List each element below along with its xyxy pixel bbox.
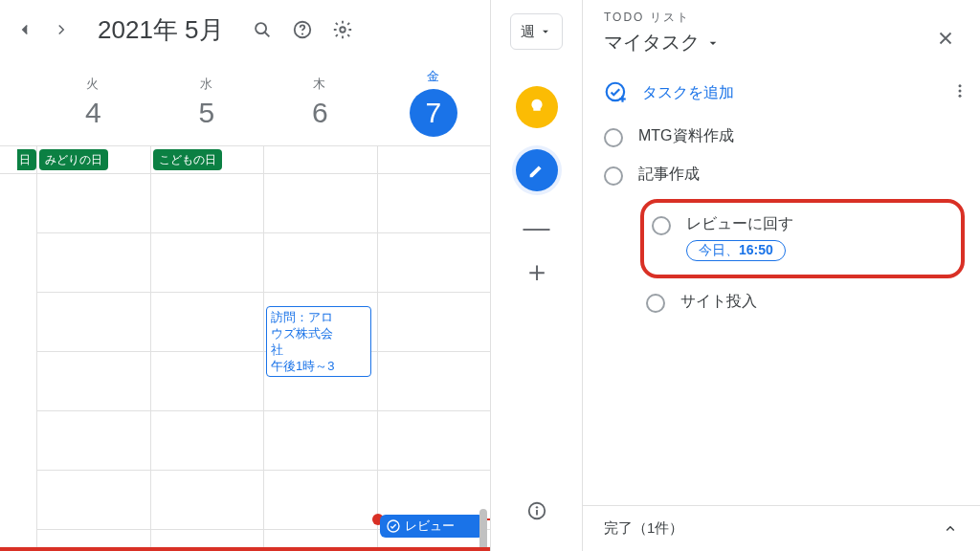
task-title: サイト投入	[680, 292, 757, 312]
allday-cell[interactable]	[263, 146, 377, 173]
task-complete-toggle[interactable]	[646, 294, 665, 313]
more-options-button[interactable]	[951, 82, 969, 103]
help-button[interactable]	[283, 11, 322, 49]
search-icon	[252, 19, 273, 40]
task-list-name: マイタスク	[604, 30, 700, 55]
calendar-task-chip[interactable]: レビュー	[380, 515, 485, 538]
dow-label: 火	[86, 76, 100, 93]
svg-line-1	[264, 33, 269, 37]
allday-chip[interactable]: 日	[17, 149, 36, 170]
calendar-pane: 2021年 5月 火 4 水 5 木 6	[0, 0, 491, 551]
task-item[interactable]: 記事作成	[604, 161, 965, 189]
side-strip: 週 — ＋	[491, 0, 583, 551]
event-title-line: ウズ株式会	[271, 325, 367, 342]
task-chip-label: レビュー	[405, 518, 455, 535]
keep-sidepanel-button[interactable]	[516, 86, 558, 128]
prev-button[interactable]	[8, 12, 42, 47]
chevron-left-icon	[16, 21, 33, 38]
annotation-highlight: レビューに回す 今日、16:50	[640, 199, 965, 278]
task-item[interactable]: サイト投入	[604, 288, 965, 317]
day-number: 6	[312, 97, 328, 129]
tasks-header: TODO リスト マイタスク	[583, 0, 980, 71]
next-button[interactable]	[44, 12, 78, 47]
task-list-selector[interactable]: マイタスク	[604, 30, 721, 55]
task-complete-toggle[interactable]	[604, 166, 623, 186]
gear-icon	[332, 19, 353, 40]
day-header: 火 4 水 5 木 6 金 7	[0, 59, 490, 145]
day-number: 7	[410, 89, 457, 137]
view-label: 週	[521, 23, 535, 41]
event-title-line: 訪問：アロ	[271, 309, 367, 325]
day-col-wed[interactable]: 水 5	[150, 59, 264, 145]
grid-col[interactable]	[150, 174, 264, 551]
task-due-chip[interactable]: 今日、16:50	[686, 240, 786, 261]
grid-col-today[interactable]: レビュー	[377, 174, 491, 551]
svg-point-3	[301, 33, 302, 34]
close-icon	[935, 28, 956, 49]
svg-point-8	[535, 506, 537, 508]
svg-point-9	[607, 83, 624, 100]
dow-label: 木	[313, 76, 326, 93]
calendar-event[interactable]: 訪問：アロ ウズ株式会 社 午後1時～3	[266, 306, 371, 377]
allday-cell[interactable]: こどもの日	[150, 146, 264, 173]
close-button[interactable]	[928, 21, 963, 55]
add-task-icon	[604, 80, 629, 105]
grid-col[interactable]: 訪問：アロ ウズ株式会 社 午後1時～3	[263, 174, 377, 551]
add-sidepanel-button[interactable]: ＋	[523, 253, 551, 295]
highlight-underline	[0, 547, 490, 551]
task-title: MTG資料作成	[638, 126, 734, 146]
svg-point-14	[959, 95, 962, 98]
info-button[interactable]	[518, 492, 556, 530]
check-circle-icon	[386, 518, 401, 534]
caret-down-icon	[705, 35, 721, 51]
task-title: 記事作成	[638, 165, 700, 185]
task-list: MTG資料作成 記事作成 レビューに回す 今日、16:50 サイト投入	[583, 122, 980, 317]
scrollbar-thumb[interactable]	[479, 509, 487, 551]
calendar-header: 2021年 5月	[0, 0, 490, 59]
chevron-up-icon	[942, 520, 959, 538]
day-col-thu[interactable]: 木 6	[263, 59, 377, 145]
svg-point-13	[959, 90, 962, 93]
pencil-icon	[526, 160, 547, 181]
day-number: 5	[198, 97, 214, 129]
allday-cell[interactable]	[377, 146, 491, 173]
info-icon	[526, 500, 547, 521]
settings-button[interactable]	[323, 11, 362, 49]
grid-col[interactable]	[36, 174, 150, 551]
tasks-sidepanel-button[interactable]	[516, 149, 558, 191]
dow-label: 金	[427, 68, 440, 85]
completed-section-toggle[interactable]: 完了（1件）	[583, 505, 980, 551]
tasks-supertitle: TODO リスト	[604, 10, 721, 26]
day-col-tue[interactable]: 火 4	[36, 59, 150, 145]
view-selector[interactable]: 週	[510, 13, 563, 50]
more-vert-icon	[951, 82, 969, 99]
day-col-fri-today[interactable]: 金 7	[377, 59, 491, 145]
task-complete-toggle[interactable]	[652, 216, 671, 235]
allday-row: 日 みどりの日 こどもの日	[0, 145, 490, 174]
holiday-chip[interactable]: こどもの日	[153, 149, 222, 170]
add-task-button[interactable]: タスクを追加	[604, 80, 734, 105]
svg-point-4	[340, 27, 345, 33]
event-time: 午後1時～3	[271, 358, 367, 374]
task-item[interactable]: レビューに回す 今日、16:50	[652, 210, 923, 265]
time-grid[interactable]: 訪問：アロ ウズ株式会 社 午後1時～3 レビュー	[0, 174, 490, 551]
add-task-row: タスクを追加	[583, 71, 980, 122]
task-complete-toggle[interactable]	[604, 128, 623, 147]
lightbulb-icon	[526, 97, 547, 118]
task-title: レビューに回す	[686, 214, 793, 234]
caret-down-icon	[539, 25, 552, 38]
event-title-line: 社	[271, 342, 367, 358]
search-button[interactable]	[243, 11, 281, 49]
dow-label: 水	[200, 76, 213, 93]
svg-point-5	[388, 520, 399, 532]
holiday-chip[interactable]: みどりの日	[39, 149, 108, 170]
chevron-right-icon	[53, 21, 70, 38]
allday-cell[interactable]: みどりの日	[36, 146, 150, 173]
completed-label: 完了（1件）	[604, 519, 683, 538]
help-icon	[292, 19, 313, 40]
add-task-label: タスクを追加	[642, 83, 734, 103]
task-item[interactable]: MTG資料作成	[604, 122, 965, 151]
svg-point-12	[959, 84, 962, 87]
side-divider-button[interactable]: —	[523, 212, 550, 239]
tasks-panel: TODO リスト マイタスク タスクを追加	[583, 0, 980, 551]
